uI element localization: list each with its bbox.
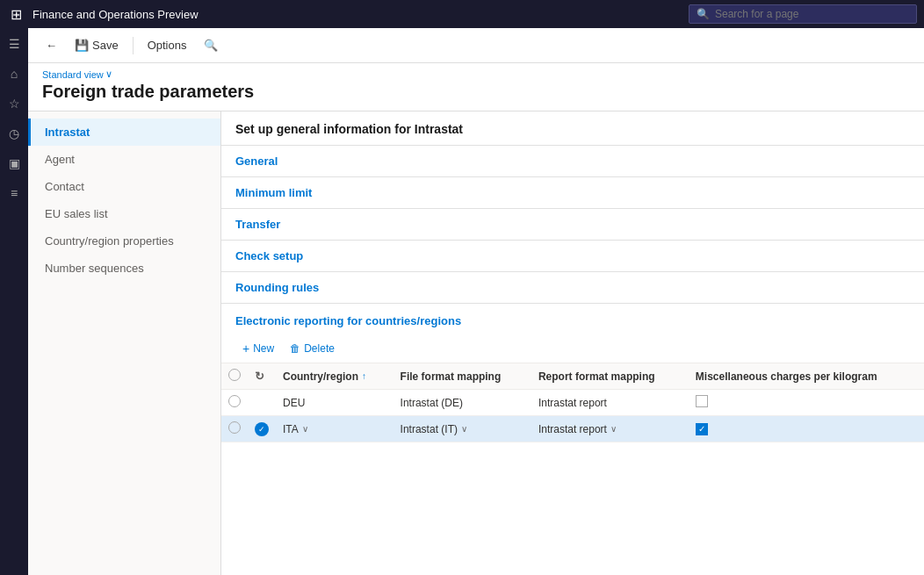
row-indicator-cell bbox=[248, 390, 276, 416]
search-box[interactable]: 🔍 bbox=[689, 4, 917, 24]
th-report-format[interactable]: Report format mapping bbox=[531, 363, 689, 390]
delete-button[interactable]: 🗑 Delete bbox=[283, 339, 342, 358]
th-select-all[interactable] bbox=[221, 363, 248, 390]
page-header: Standard view ∨ Foreign trade parameters bbox=[28, 63, 924, 111]
file-format-cell[interactable]: Intrastat (IT) ∨ bbox=[393, 416, 531, 442]
view-selector[interactable]: Standard view ∨ bbox=[42, 68, 910, 80]
dropdown-arrow-icon: ∨ bbox=[461, 424, 467, 434]
rounding-rules-header[interactable]: Rounding rules bbox=[221, 272, 924, 303]
transfer-section: Transfer bbox=[221, 209, 924, 241]
report-format-cell[interactable]: Intrastat report ∨ bbox=[531, 416, 689, 442]
search-icon: 🔍 bbox=[697, 8, 710, 20]
electronic-reporting-section: Electronic reporting for countries/regio… bbox=[221, 304, 924, 456]
sidebar-item-intrastat[interactable]: Intrastat bbox=[28, 119, 220, 146]
th-misc-charges[interactable]: Miscellaneous charges per kilogram bbox=[689, 363, 924, 390]
general-section: General bbox=[221, 146, 924, 177]
toolbar-separator bbox=[133, 37, 134, 54]
report-format-cell[interactable]: Intrastat report bbox=[531, 390, 689, 416]
th-file-format[interactable]: File format mapping bbox=[393, 363, 531, 390]
table-row[interactable]: ITA ∨ Intrastat (IT) ∨ bbox=[221, 416, 924, 442]
general-section-header[interactable]: General bbox=[221, 146, 924, 176]
country-cell[interactable]: ITA ∨ bbox=[276, 416, 393, 442]
sidebar-item-number-sequences[interactable]: Number sequences bbox=[28, 255, 220, 282]
dropdown-arrow-icon: ∨ bbox=[302, 424, 308, 434]
save-button[interactable]: 💾 Save bbox=[68, 35, 126, 55]
plus-icon: + bbox=[242, 341, 249, 356]
country-cell[interactable]: DEU bbox=[276, 390, 393, 416]
form-section-title: Set up general information for Intrastat bbox=[221, 111, 924, 146]
select-all-circle bbox=[228, 369, 241, 381]
trash-icon: 🗑 bbox=[290, 342, 300, 355]
favorites-icon[interactable]: ☆ bbox=[2, 91, 26, 116]
table-toolbar: + New 🗑 Delete bbox=[221, 334, 924, 363]
check-setup-header[interactable]: Check setup bbox=[221, 241, 924, 271]
misc-charges-cell[interactable]: ✓ bbox=[689, 416, 924, 442]
sidebar-item-country-region[interactable]: Country/region properties bbox=[28, 227, 220, 255]
file-format-cell[interactable]: Intrastat (DE) bbox=[393, 390, 531, 416]
th-country-region[interactable]: Country/region ↑ bbox=[276, 363, 393, 390]
sidebar-item-agent[interactable]: Agent bbox=[28, 146, 220, 173]
icon-rail: ☰ ⌂ ☆ ◷ ▣ ≡ bbox=[0, 28, 28, 575]
back-button[interactable]: ← bbox=[39, 35, 64, 55]
form-content: Set up general information for Intrastat… bbox=[221, 111, 924, 575]
sidebar-item-contact[interactable]: Contact bbox=[28, 173, 220, 200]
search-input[interactable] bbox=[715, 8, 909, 20]
app-title: Finance and Operations Preview bbox=[32, 8, 682, 21]
minimum-limit-section: Minimum limit bbox=[221, 177, 924, 209]
refresh-icon: ↻ bbox=[255, 370, 264, 383]
chevron-down-icon: ∨ bbox=[105, 68, 112, 80]
main-layout: ☰ ⌂ ☆ ◷ ▣ ≡ ← 💾 Save Options 🔍 bbox=[0, 28, 924, 575]
home-icon[interactable]: ⌂ bbox=[2, 61, 26, 86]
check-setup-section: Check setup bbox=[221, 241, 924, 272]
row-selector-icon bbox=[228, 395, 241, 407]
toolbar-search-icon: 🔍 bbox=[204, 39, 218, 52]
transfer-header[interactable]: Transfer bbox=[221, 209, 924, 240]
row-selector-icon bbox=[228, 421, 241, 434]
page-title: Foreign trade parameters bbox=[42, 82, 910, 102]
nav-menu-icon[interactable]: ☰ bbox=[2, 32, 26, 56]
dropdown-arrow-icon: ∨ bbox=[610, 424, 617, 434]
recent-icon[interactable]: ◷ bbox=[2, 121, 26, 146]
back-arrow-icon: ← bbox=[46, 39, 57, 52]
checkbox-unchecked-icon bbox=[696, 395, 708, 407]
electronic-reporting-title: Electronic reporting for countries/regio… bbox=[221, 304, 924, 334]
toolbar: ← 💾 Save Options 🔍 bbox=[28, 28, 924, 63]
reporting-table: ↻ Country/region ↑ File format mappi bbox=[221, 363, 924, 442]
side-nav: Intrastat Agent Contact EU sales list Co… bbox=[28, 111, 221, 575]
sidebar-item-eu-sales-list[interactable]: EU sales list bbox=[28, 200, 220, 227]
new-button[interactable]: + New bbox=[235, 338, 281, 359]
status-dot-icon bbox=[255, 422, 269, 436]
checkbox-checked-icon: ✓ bbox=[696, 423, 708, 435]
row-selector-cell[interactable] bbox=[221, 390, 248, 416]
sort-arrow-icon: ↑ bbox=[362, 371, 366, 381]
rounding-rules-section: Rounding rules bbox=[221, 272, 924, 304]
misc-charges-cell[interactable] bbox=[689, 390, 924, 416]
top-bar: ⊞ Finance and Operations Preview 🔍 bbox=[0, 0, 924, 28]
save-icon: 💾 bbox=[75, 39, 89, 52]
toolbar-search-button[interactable]: 🔍 bbox=[197, 35, 225, 55]
th-refresh[interactable]: ↻ bbox=[248, 363, 276, 390]
minimum-limit-header[interactable]: Minimum limit bbox=[221, 177, 924, 208]
workspaces-icon[interactable]: ▣ bbox=[2, 151, 26, 176]
table-row[interactable]: DEU Intrastat (DE) Intrastat report bbox=[221, 390, 924, 416]
content-area: ← 💾 Save Options 🔍 Standard view ∨ Forei… bbox=[28, 28, 924, 575]
options-button[interactable]: Options bbox=[141, 35, 194, 55]
app-grid-icon[interactable]: ⊞ bbox=[7, 3, 25, 26]
modules-icon[interactable]: ≡ bbox=[2, 181, 26, 205]
row-active-indicator-cell bbox=[248, 416, 276, 442]
row-selector-cell[interactable] bbox=[221, 416, 248, 442]
main-content: Intrastat Agent Contact EU sales list Co… bbox=[28, 111, 924, 575]
